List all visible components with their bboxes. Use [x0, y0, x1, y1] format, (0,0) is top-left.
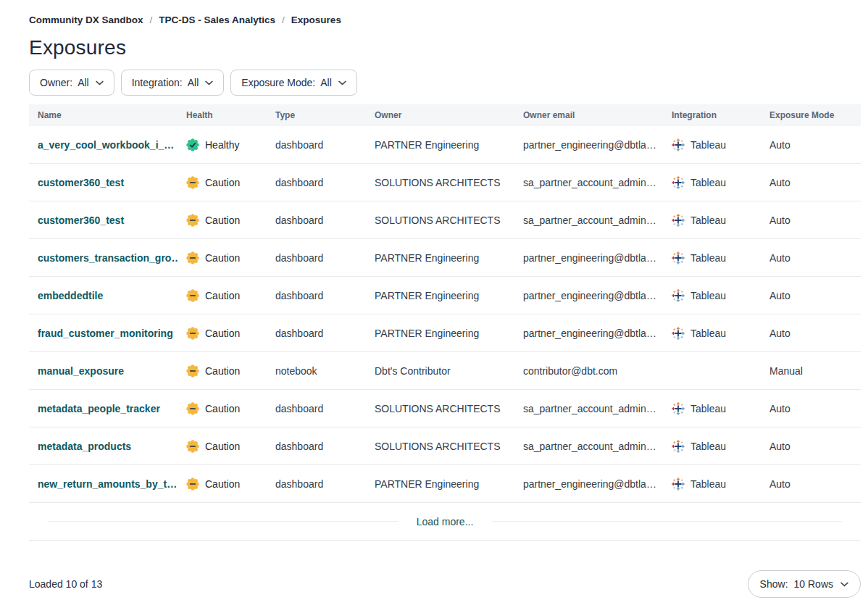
health-cell: Healthy [178, 138, 267, 151]
load-more-link[interactable]: Load more... [417, 516, 474, 527]
tableau-icon [672, 176, 685, 189]
health-badge [186, 289, 199, 302]
filters-bar: Owner: All Integration: All Exposure Mod… [29, 70, 861, 96]
table-row: new_return_amounts_by_t… Caution d [29, 465, 861, 503]
column-header-owner: Owner [366, 110, 514, 120]
filter-value: All [188, 77, 199, 88]
exposure-mode-cell: Auto [761, 290, 861, 301]
tableau-icon [672, 440, 685, 453]
integration-filter-dropdown[interactable]: Integration: All [121, 70, 225, 96]
exposures-table: Name Health Type Owner Owner email Integ… [29, 104, 861, 541]
owner-cell: SOLUTIONS ARCHITECTS [366, 177, 514, 188]
health-badge [186, 364, 199, 378]
owner-cell: SOLUTIONS ARCHITECTS [366, 441, 514, 452]
exposure-name-link[interactable]: embeddedtile [38, 290, 103, 301]
chevron-down-icon [840, 582, 848, 587]
tableau-icon [672, 251, 685, 264]
health-cell: Caution [178, 478, 267, 491]
exposure-name-link[interactable]: customers_transaction_gro… [38, 252, 178, 264]
breadcrumb: Community DX Sandbox / TPC-DS - Sales An… [29, 14, 861, 25]
exposure-mode-cell: Manual [761, 365, 861, 377]
type-cell: dashboard [267, 139, 366, 151]
filter-label: Integration: [132, 77, 183, 88]
integration-label: Tableau [690, 328, 726, 339]
table-row: metadata_products Caution dashboar [29, 428, 861, 465]
health-label: Caution [205, 441, 240, 452]
exposure-mode-cell: Auto [761, 214, 861, 226]
owner-email-cell: sa_partner_account_admin… [514, 441, 663, 452]
health-cell: Caution [178, 327, 267, 340]
health-badge [186, 440, 199, 453]
exposure-name-link[interactable]: new_return_amounts_by_t… [38, 478, 177, 490]
table-row: fraud_customer_monitoring Caution [29, 314, 861, 352]
exposure-name-link[interactable]: manual_exposure [38, 365, 124, 377]
column-header-type: Type [267, 110, 366, 120]
column-header-integration: Integration [663, 110, 761, 120]
integration-label: Tableau [690, 252, 726, 264]
page-title: Exposures [29, 36, 861, 59]
exposure-name-link[interactable]: fraud_customer_monitoring [38, 328, 173, 339]
health-label: Healthy [205, 139, 239, 151]
exposure-mode-cell: Auto [761, 478, 861, 490]
owner-email-cell: sa_partner_account_admin… [514, 214, 663, 226]
owner-filter-dropdown[interactable]: Owner: All [29, 70, 114, 96]
integration-cell: Tableau [663, 327, 761, 340]
footer-bar: Loaded 10 of 13 Show: 10 Rows [29, 570, 861, 598]
tableau-icon [672, 478, 685, 491]
breadcrumb-project[interactable]: Community DX Sandbox [29, 14, 143, 25]
owner-email-cell: partner_engineering@dbtla… [514, 252, 663, 264]
type-cell: dashboard [267, 252, 366, 264]
health-cell: Caution [178, 402, 267, 415]
exposure-name-link[interactable]: customer360_test [38, 214, 124, 226]
show-label: Show: [760, 578, 788, 590]
chevron-down-icon [205, 80, 213, 86]
exposure-name-link[interactable]: metadata_people_tracker [38, 403, 160, 414]
exposure-name-link[interactable]: customer360_test [38, 177, 124, 188]
filter-value: All [320, 77, 332, 88]
show-rows-dropdown[interactable]: Show: 10 Rows [748, 570, 861, 598]
owner-cell: PARTNER Engineering [366, 252, 514, 264]
integration-cell: Tableau [663, 251, 761, 264]
owner-email-cell: partner_engineering@dbtla… [514, 478, 663, 490]
integration-label: Tableau [690, 177, 726, 188]
integration-cell: Tableau [663, 176, 761, 189]
type-cell: dashboard [267, 328, 366, 339]
column-header-health: Health [178, 110, 267, 120]
tableau-icon [672, 214, 685, 227]
owner-cell: SOLUTIONS ARCHITECTS [366, 214, 514, 226]
type-cell: dashboard [267, 177, 366, 188]
exposure-mode-cell: Auto [761, 177, 861, 188]
table-row: a_very_cool_workbook_i_… Healthy d [29, 126, 861, 164]
loaded-status: Loaded 10 of 13 [29, 578, 102, 590]
health-label: Caution [205, 365, 240, 377]
exposure-mode-cell: Auto [761, 403, 861, 414]
type-cell: notebook [267, 365, 366, 377]
filter-label: Owner: [40, 77, 72, 88]
health-label: Caution [205, 290, 240, 301]
health-badge [186, 138, 199, 151]
exposure-mode-filter-dropdown[interactable]: Exposure Mode: All [230, 70, 357, 96]
health-cell: Caution [178, 251, 267, 264]
breadcrumb-environment[interactable]: TPC-DS - Sales Analytics [159, 14, 275, 25]
filter-label: Exposure Mode: [241, 77, 315, 88]
integration-cell: Tableau [663, 478, 761, 491]
exposure-name-link[interactable]: a_very_cool_workbook_i_… [38, 139, 174, 151]
breadcrumb-current-exposures: Exposures [291, 14, 341, 25]
health-badge [186, 402, 199, 415]
exposure-name-link[interactable]: metadata_products [38, 441, 131, 452]
owner-email-cell: partner_engineering@dbtla… [514, 139, 663, 151]
integration-label: Tableau [690, 139, 726, 151]
exposure-mode-cell: Auto [761, 441, 861, 452]
health-label: Caution [205, 328, 240, 339]
table-row: customer360_test Caution dashboard [29, 201, 861, 239]
type-cell: dashboard [267, 478, 366, 490]
health-cell: Caution [178, 440, 267, 453]
table-row: embeddedtile Caution dashboard [29, 277, 861, 314]
exposure-mode-cell: Auto [761, 252, 861, 264]
table-row: customers_transaction_gro… Caution [29, 239, 861, 277]
breadcrumb-separator: / [150, 14, 153, 25]
integration-label: Tableau [690, 214, 726, 226]
owner-cell: PARTNER Engineering [366, 478, 514, 490]
owner-email-cell: contributor@dbt.com [514, 365, 663, 377]
health-cell: Caution [178, 214, 267, 227]
